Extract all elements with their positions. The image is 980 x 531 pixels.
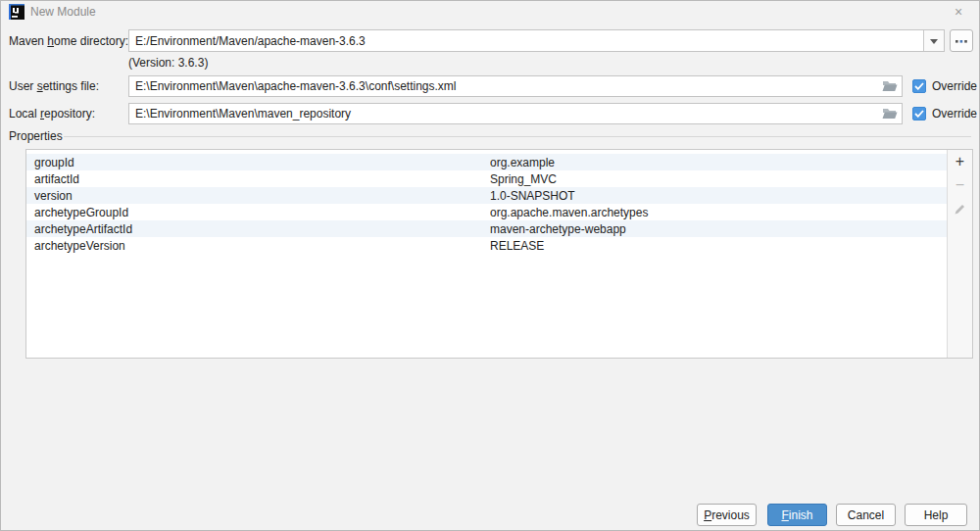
new-module-dialog: New Module × Maven home directory: (Vers…	[0, 0, 980, 531]
label-text: ettings file:	[43, 79, 99, 93]
table-row[interactable]: archetypeArtifactIdmaven-archetype-webap…	[26, 220, 947, 237]
property-name: groupId	[26, 156, 490, 169]
table-row[interactable]: version1.0-SNAPSHOT	[26, 187, 947, 204]
label-text: Maven	[9, 34, 47, 48]
override-checkbox[interactable]	[912, 107, 926, 121]
dialog-title: New Module	[30, 1, 96, 23]
property-name: version	[26, 189, 490, 203]
maven-version-note: (Version: 3.6.3)	[128, 55, 208, 71]
property-name: archetypeVersion	[26, 239, 490, 253]
title-bar: New Module ×	[1, 1, 979, 23]
chevron-down-icon	[930, 39, 938, 48]
maven-home-label: Maven home directory:	[9, 30, 128, 52]
user-settings-input[interactable]	[129, 76, 878, 96]
property-value: 1.0-SNAPSHOT	[490, 189, 947, 203]
property-name: artifactId	[26, 172, 490, 186]
override-checkbox[interactable]	[912, 79, 926, 93]
table-row[interactable]: artifactIdSpring_MVC	[26, 170, 947, 187]
cancel-button[interactable]: Cancel	[836, 504, 896, 526]
combo-dropdown-button[interactable]	[923, 30, 944, 51]
property-value: org.example	[490, 156, 947, 169]
property-name: archetypeArtifactId	[26, 222, 490, 236]
finish-button[interactable]: Finish	[767, 504, 827, 526]
user-settings-label: User settings file:	[9, 75, 99, 97]
folder-icon[interactable]	[882, 79, 898, 93]
remove-button[interactable]: −	[948, 173, 972, 197]
override-label: Override	[932, 103, 977, 124]
add-button[interactable]: +	[948, 150, 972, 173]
button-mnemonic: F	[781, 508, 788, 522]
intellij-logo-icon	[9, 4, 24, 20]
table-row[interactable]: groupIdorg.example	[26, 154, 947, 170]
label-text: User	[9, 79, 37, 93]
table-row[interactable]: archetypeGroupIdorg.apache.maven.archety…	[26, 204, 947, 220]
properties-table[interactable]: groupIdorg.exampleartifactIdSpring_MVCve…	[25, 149, 973, 359]
folder-icon[interactable]	[882, 107, 898, 121]
button-mnemonic: P	[704, 508, 711, 522]
label-text: ome directory:	[54, 34, 128, 48]
properties-section-label: Properties	[9, 128, 63, 144]
previous-button[interactable]: Previous	[697, 504, 757, 526]
button-text: inish	[789, 508, 813, 522]
pencil-icon	[954, 203, 966, 216]
property-value: org.apache.maven.archetypes	[490, 206, 947, 219]
ellipsis-icon	[956, 39, 967, 43]
section-separator	[64, 136, 971, 137]
checkmark-icon	[914, 110, 924, 118]
label-text: Local	[9, 107, 40, 121]
edit-button[interactable]	[948, 197, 972, 220]
properties-table-body: groupIdorg.exampleartifactIdSpring_MVCve…	[26, 154, 947, 254]
table-row[interactable]: archetypeVersionRELEASE	[26, 237, 947, 254]
property-value: RELEASE	[490, 239, 947, 253]
maven-home-combobox[interactable]	[128, 29, 945, 52]
checkmark-icon	[914, 82, 924, 90]
local-repository-input[interactable]	[129, 104, 878, 123]
close-icon[interactable]: ×	[950, 1, 967, 23]
help-button[interactable]: Help	[905, 504, 967, 526]
property-value: maven-archetype-webapp	[490, 222, 947, 236]
label-text: epository:	[44, 107, 95, 121]
user-settings-field[interactable]	[128, 75, 903, 97]
override-label: Override	[932, 75, 977, 97]
table-toolbar: + −	[947, 150, 972, 358]
local-repository-label: Local repository:	[9, 103, 95, 124]
browse-button[interactable]	[950, 29, 973, 52]
local-repository-field[interactable]	[128, 103, 903, 124]
button-text: revious	[711, 508, 750, 522]
property-value: Spring_MVC	[490, 172, 947, 186]
maven-home-input[interactable]	[129, 30, 924, 51]
property-name: archetypeGroupId	[26, 206, 490, 219]
